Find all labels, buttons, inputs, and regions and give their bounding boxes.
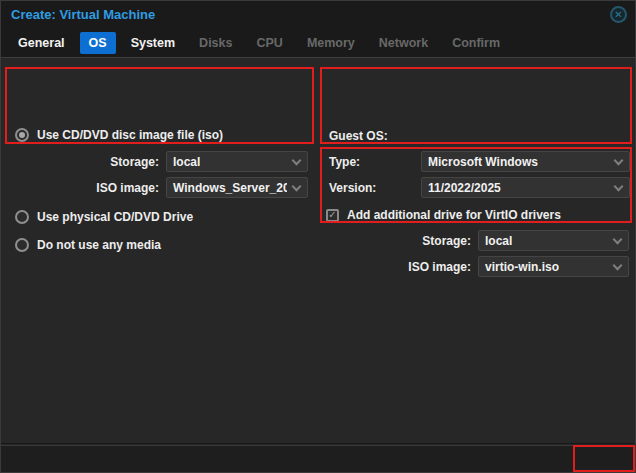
storage-value: local [173,155,200,169]
guest-os-heading: Guest OS: [329,129,388,143]
os-type-select[interactable]: Microsoft Windows [421,151,630,172]
virtio-storage-value: local [485,234,512,248]
chevron-down-icon [613,235,623,245]
create-vm-dialog: Create: Virtual Machine ✕ General OS Sys… [0,0,636,473]
radio-physical-drive[interactable]: Use physical CD/DVD Drive [15,210,193,224]
tab-general[interactable]: General [9,32,74,54]
os-tab-panel: Use CD/DVD disc image file (iso) Storage… [1,58,636,444]
chevron-down-icon [292,182,302,192]
os-type-value: Microsoft Windows [428,155,538,169]
radio-unselected-icon [15,210,29,224]
radio-physical-label: Use physical CD/DVD Drive [37,210,193,224]
tab-memory: Memory [298,32,364,54]
dialog-footer: Advanced ✓ Back Next [1,445,636,473]
radio-unselected-icon [15,238,29,252]
wizard-tabs: General OS System Disks CPU Memory Netwo… [1,28,636,58]
radio-selected-icon [15,128,29,142]
iso-image-label: ISO image: [61,181,159,195]
tab-disks: Disks [190,32,241,54]
tab-os[interactable]: OS [80,32,116,54]
storage-select[interactable]: local [166,151,308,172]
tab-cpu: CPU [247,32,291,54]
type-label: Type: [329,155,360,169]
virtio-iso-select[interactable]: virtio-win.iso [478,256,629,277]
close-button[interactable]: ✕ [610,6,627,23]
chevron-down-icon [614,156,624,166]
chevron-down-icon [614,182,624,192]
radio-no-media[interactable]: Do not use any media [15,238,161,252]
radio-use-iso-label: Use CD/DVD disc image file (iso) [37,128,223,142]
iso-image-value: Windows_Server_2025 [173,181,287,195]
virtio-drive-label: Add additional drive for VirtIO drivers [347,208,561,222]
os-version-select[interactable]: 11/2022/2025 [421,177,630,198]
iso-image-select[interactable]: Windows_Server_2025 [166,177,308,198]
radio-no-media-label: Do not use any media [37,238,161,252]
radio-use-iso[interactable]: Use CD/DVD disc image file (iso) [15,128,223,142]
chevron-down-icon [613,261,623,271]
tab-confirm: Confirm [443,32,509,54]
dialog-header: Create: Virtual Machine ✕ [1,1,636,28]
storage-label: Storage: [61,155,159,169]
os-version-value: 11/2022/2025 [428,181,501,195]
chevron-down-icon [292,156,302,166]
version-label: Version: [329,181,376,195]
virtio-iso-value: virtio-win.iso [485,260,559,274]
tab-network: Network [370,32,437,54]
virtio-storage-label: Storage: [373,234,471,248]
virtio-iso-label: ISO image: [373,260,471,274]
checkbox-checked-icon: ✓ [326,209,339,222]
virtio-storage-select[interactable]: local [478,230,629,251]
close-icon: ✕ [614,10,622,20]
tab-system[interactable]: System [122,32,184,54]
virtio-drive-checkbox[interactable]: ✓ Add additional drive for VirtIO driver… [326,208,561,222]
dialog-title: Create: Virtual Machine [11,7,155,22]
